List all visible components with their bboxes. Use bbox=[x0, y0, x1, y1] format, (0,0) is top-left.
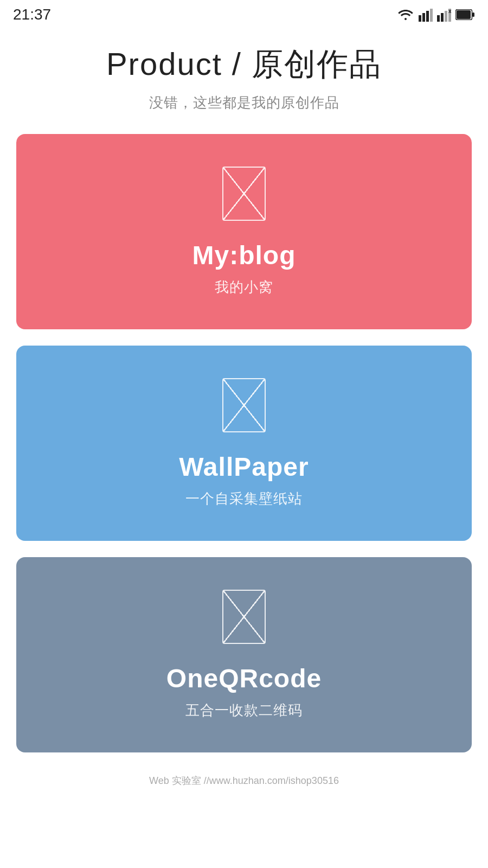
wifi-icon bbox=[397, 8, 414, 21]
wallpaper-card-subtitle: 一个自采集壁纸站 bbox=[185, 489, 303, 508]
page-subtitle: 没错，这些都是我的原创作品 bbox=[11, 93, 477, 112]
svg-rect-4 bbox=[437, 15, 440, 22]
svg-rect-6 bbox=[445, 11, 447, 22]
qrcode-card-title: OneQRcode bbox=[166, 663, 322, 693]
svg-rect-0 bbox=[419, 15, 421, 22]
qrcode-image-placeholder bbox=[222, 590, 266, 644]
svg-text:x: x bbox=[448, 8, 451, 14]
wallpaper-image-placeholder bbox=[222, 378, 266, 432]
signal-icon bbox=[419, 8, 433, 22]
footer-text: Web 实验室 //www.huzhan.com/ishop30516 bbox=[149, 775, 339, 786]
svg-rect-3 bbox=[430, 9, 433, 22]
svg-rect-10 bbox=[472, 12, 474, 17]
cards-container: My:blog 我的小窝 WallPaper 一个自采集壁纸站 OneQRcod… bbox=[0, 118, 488, 769]
svg-rect-2 bbox=[426, 11, 429, 22]
blog-card-subtitle: 我的小窝 bbox=[215, 278, 273, 297]
card-blog[interactable]: My:blog 我的小窝 bbox=[16, 134, 472, 329]
qrcode-card-subtitle: 五合一收款二维码 bbox=[185, 701, 303, 720]
signal2-icon: x bbox=[437, 8, 451, 22]
svg-rect-1 bbox=[422, 13, 425, 22]
blog-image-placeholder bbox=[222, 167, 266, 221]
status-icons: x bbox=[397, 8, 475, 22]
status-bar: 21:37 x bbox=[0, 0, 488, 27]
card-qrcode[interactable]: OneQRcode 五合一收款二维码 bbox=[16, 557, 472, 752]
status-time: 21:37 bbox=[13, 6, 51, 23]
card-wallpaper[interactable]: WallPaper 一个自采集壁纸站 bbox=[16, 346, 472, 541]
svg-rect-5 bbox=[441, 13, 444, 22]
page-header: Product / 原创作品 没错，这些都是我的原创作品 bbox=[0, 27, 488, 118]
svg-rect-11 bbox=[457, 10, 471, 19]
blog-card-title: My:blog bbox=[192, 240, 296, 270]
footer: Web 实验室 //www.huzhan.com/ishop30516 bbox=[0, 769, 488, 798]
page-title: Product / 原创作品 bbox=[11, 43, 477, 86]
wallpaper-card-title: WallPaper bbox=[179, 452, 309, 482]
battery-icon bbox=[455, 9, 475, 20]
